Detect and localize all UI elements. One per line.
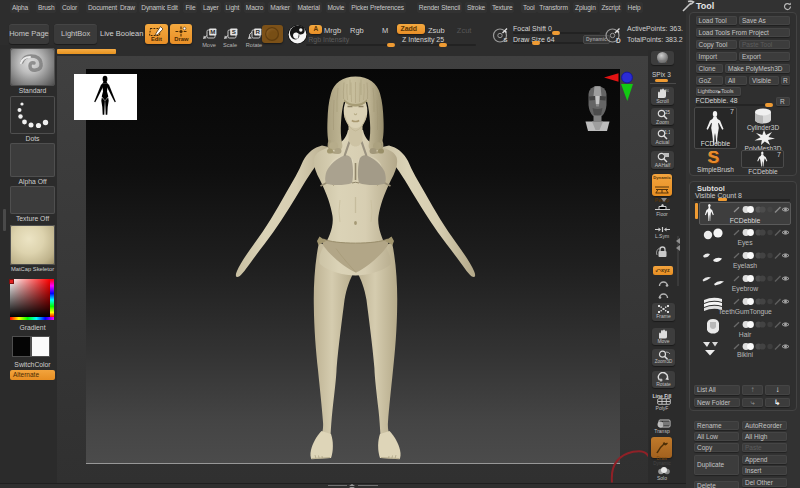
svg-text:D: D	[616, 37, 621, 44]
svg-text:M: M	[210, 28, 215, 35]
svg-text:30: 30	[665, 88, 669, 93]
svg-text:1:1: 1:1	[664, 130, 670, 135]
svg-text:R: R	[255, 28, 260, 35]
svg-text:S: S	[504, 37, 508, 43]
svg-text:25: 25	[665, 109, 670, 114]
svg-text:S: S	[231, 28, 235, 35]
